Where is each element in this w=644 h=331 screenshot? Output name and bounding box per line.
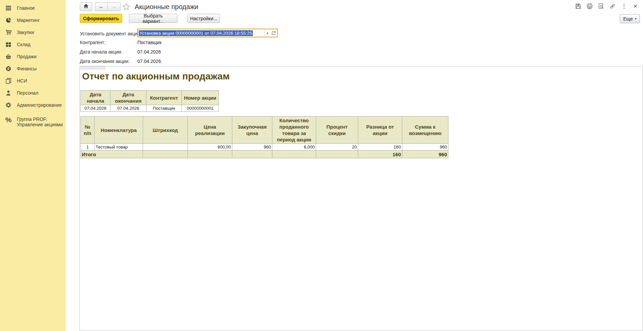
- report-viewer: Отчет по акционным продажам Дата начала …: [79, 66, 643, 331]
- sidebar-item-main[interactable]: Главное: [0, 2, 66, 14]
- purchases-icon: [5, 29, 12, 36]
- warehouse-icon: [5, 41, 12, 48]
- sidebar: Главное Маркетинг Закупки Склад Продажи …: [0, 0, 66, 331]
- table-cell[interactable]: 6,000: [272, 144, 316, 151]
- sidebar-item-sales[interactable]: Продажи: [0, 51, 66, 63]
- sidebar-item-finance[interactable]: ₽ Финансы: [0, 63, 66, 75]
- sidebar-item-label: Финансы: [17, 66, 37, 71]
- end-date-value: 07.04.2026: [137, 59, 161, 64]
- column-header: Разница от акции: [358, 117, 402, 144]
- sidebar-item-label: Продажи: [17, 54, 36, 59]
- promo-document-value[interactable]: Установка акции 00000000001 от 07.04.202…: [138, 29, 264, 37]
- sidebar-item-marketing[interactable]: Маркетинг: [0, 14, 66, 26]
- table-cell[interactable]: 1: [81, 144, 95, 151]
- nsi-icon: [5, 77, 12, 84]
- favorite-star-icon[interactable]: [122, 2, 131, 11]
- close-icon[interactable]: ×: [632, 3, 639, 9]
- counterparty-value: Поставщик: [137, 40, 162, 45]
- back-button[interactable]: ←: [95, 3, 108, 11]
- table-cell[interactable]: [143, 144, 188, 151]
- sidebar-item-label: Склад: [17, 42, 31, 47]
- sidebar-item-label: Главное: [17, 5, 35, 11]
- table-cell-empty: [316, 151, 358, 158]
- page-title: Акционные продажи: [135, 2, 198, 11]
- table-cell-empty: [272, 151, 316, 158]
- home-icon: [83, 3, 89, 10]
- table-cell[interactable]: 960: [402, 144, 448, 151]
- total-diff-cell[interactable]: 160: [358, 151, 402, 158]
- personnel-icon: [5, 90, 12, 96]
- column-header: Цена реализации: [188, 117, 232, 144]
- promo-document-input[interactable]: Установка акции 00000000001 от 07.04.202…: [137, 29, 278, 37]
- total-sum-cell[interactable]: 960: [402, 151, 448, 158]
- generate-button[interactable]: Сформировать: [80, 14, 122, 23]
- column-header: Закупочная цена: [232, 117, 272, 144]
- table-cell[interactable]: Поставщик: [146, 105, 182, 112]
- more-button[interactable]: Еще ▾: [620, 14, 640, 23]
- sidebar-item-label: Администрирование: [17, 102, 62, 108]
- start-date-value: 07.04.2026: [137, 49, 161, 55]
- more-button-label: Еще: [623, 16, 633, 22]
- table-cell[interactable]: 07.04.2026: [110, 105, 146, 112]
- nav-history-group: ← →: [95, 2, 121, 11]
- report-main-table: № п/п Номенклатура Штрихкод Цена реализа…: [80, 116, 448, 158]
- sidebar-item-label: Маркетинг: [17, 18, 40, 23]
- sidebar-item-warehouse[interactable]: Склад: [0, 38, 66, 51]
- table-row: 07.04.2026 07.04.2026 Поставщик 00000000…: [81, 105, 219, 112]
- field-open-button[interactable]: [270, 29, 277, 37]
- table-cell-empty: [188, 151, 232, 158]
- settings-button[interactable]: Настройки...: [188, 14, 220, 23]
- sidebar-item-label: Персонал: [17, 90, 38, 96]
- table-cell[interactable]: 07.04.2026: [81, 105, 110, 112]
- column-header: Контрагент: [146, 91, 182, 105]
- link-icon[interactable]: [609, 3, 616, 9]
- sidebar-item-personnel[interactable]: Персонал: [0, 87, 66, 99]
- start-date-label: Дата начала акции:: [80, 49, 123, 55]
- column-header: № п/п: [81, 117, 95, 144]
- preview-icon[interactable]: [598, 3, 604, 9]
- table-cell[interactable]: 960: [232, 144, 272, 151]
- percent-icon: %: [5, 117, 12, 123]
- open-in-new-icon: [271, 31, 276, 35]
- window-action-icons: ⋮ ×: [575, 3, 639, 9]
- svg-text:₽: ₽: [7, 67, 10, 71]
- report-title: Отчет по акционным продажам: [82, 71, 230, 82]
- more-icon[interactable]: ⋮: [621, 3, 627, 9]
- table-cell[interactable]: 800,00: [188, 144, 232, 151]
- finance-icon: ₽: [5, 65, 12, 72]
- column-header: Штрихкод: [143, 117, 188, 144]
- column-header: Процент скидки: [316, 117, 358, 144]
- report-corner-tab: [93, 66, 105, 69]
- end-date-label: Дата окончания акции:: [80, 59, 130, 64]
- field-dropdown-button[interactable]: ▾: [264, 29, 270, 37]
- sidebar-item-purchases[interactable]: Закупки: [0, 26, 66, 38]
- table-cell[interactable]: Тестовый товар: [95, 144, 143, 151]
- column-header: Номер акции: [182, 91, 219, 105]
- table-cell[interactable]: 20: [316, 144, 358, 151]
- total-label-cell[interactable]: Итого: [81, 151, 143, 158]
- save-icon[interactable]: [575, 3, 581, 9]
- doc-field-label: Установить документ акции:: [80, 31, 141, 36]
- table-cell-empty: [143, 151, 188, 158]
- choose-variant-button[interactable]: Выбрать вариант...: [129, 14, 177, 23]
- table-cell[interactable]: 160: [358, 144, 402, 151]
- total-row: Итого 160 960: [81, 151, 448, 158]
- column-header: Номенклатура: [95, 117, 143, 144]
- home-button[interactable]: [80, 2, 92, 11]
- column-header: Сумма к возмещению: [402, 117, 448, 144]
- sidebar-item-label: НСИ: [17, 78, 27, 84]
- sidebar-item-administration[interactable]: Администрирование: [0, 99, 66, 111]
- menu-icon: [5, 5, 12, 11]
- sidebar-item-label: Группа PROF: Управление акциями: [17, 117, 64, 127]
- admin-icon: [5, 102, 12, 108]
- report-corner-tab: [80, 66, 93, 69]
- sidebar-item-nsi[interactable]: НСИ: [0, 75, 66, 87]
- chevron-down-icon: ▾: [267, 31, 268, 35]
- report-summary-table: Дата начала Дата окончания Контрагент Но…: [80, 90, 219, 112]
- print-icon[interactable]: [586, 3, 593, 9]
- sidebar-item-prof-group[interactable]: % Группа PROF: Управление акциями: [0, 116, 66, 128]
- table-cell[interactable]: 00000000001: [182, 105, 219, 112]
- forward-button[interactable]: →: [108, 3, 120, 11]
- chevron-down-icon: ▾: [635, 17, 637, 21]
- marketing-icon: [5, 17, 12, 24]
